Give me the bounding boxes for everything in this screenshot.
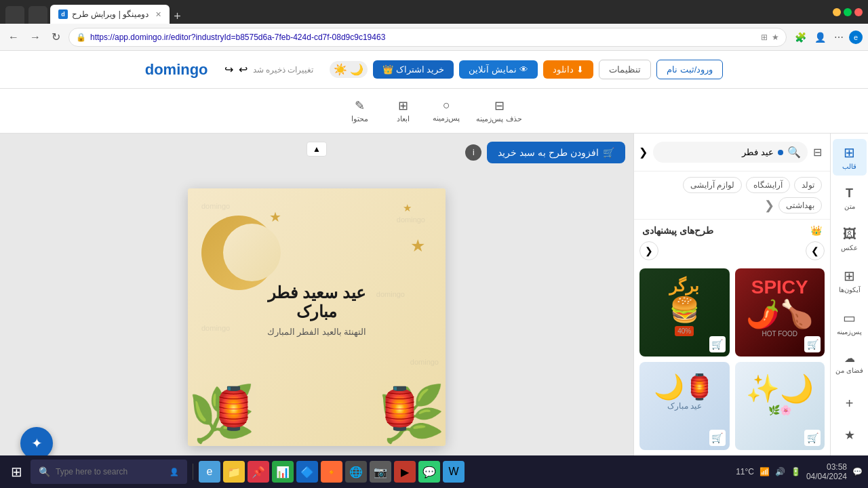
canvas-area[interactable]: ▲ i 🛒 افزودن طرح به سبد خرید domingo dom… xyxy=(0,134,633,488)
main-text[interactable]: عید سعید فطر مبارک التهنئة بالعيد الفطر … xyxy=(249,283,384,337)
bg-sidebar-label: پس‌زمینه xyxy=(837,328,862,336)
taskbar-app-6[interactable]: ▶ xyxy=(394,461,416,483)
fab-area: ✦ xyxy=(20,427,53,460)
search-icon: 🔍 xyxy=(787,146,801,159)
templates-icon: ⊞ xyxy=(844,144,855,161)
cat-tab-1[interactable]: آرایشگاه xyxy=(746,177,790,193)
star-sidebar-icon: ★ xyxy=(844,428,855,443)
delete-bg-tool[interactable]: ⊟ حذف پس‌زمینه xyxy=(469,94,528,127)
grid-next-arrow[interactable]: ❯ xyxy=(806,241,825,260)
sidebar-add-item[interactable]: + xyxy=(833,390,867,417)
right-sidebar: ⊞ قالب T متن 🖼 عکس ⊞ آیکون‌ها ▭ پس‌زمینه… xyxy=(830,134,868,488)
card-overlay-2[interactable]: 🛒 xyxy=(804,430,821,446)
more-button[interactable]: ⋯ xyxy=(831,29,846,45)
forward-button[interactable]: → xyxy=(27,28,43,46)
profile-button[interactable]: 👤 xyxy=(812,29,829,45)
search-input[interactable] xyxy=(660,147,774,157)
sidebar-text-item[interactable]: T متن xyxy=(833,181,867,216)
card-overlay-3[interactable]: 🛒 xyxy=(709,430,726,446)
magic-button[interactable]: ✦ xyxy=(20,427,53,460)
tab-close-btn[interactable]: ✕ xyxy=(155,10,161,19)
close-button[interactable] xyxy=(854,8,863,16)
sidebar-star-item[interactable]: ★ xyxy=(833,422,867,448)
canvas-top-bar: i 🛒 افزودن طرح به سبد خرید xyxy=(465,142,625,163)
watermark-1: domingo xyxy=(201,202,230,210)
edge-icon: e xyxy=(849,30,863,44)
url-text: https://app.domingo.ir/editor?industryId… xyxy=(90,33,385,42)
prev-nav-button[interactable]: ❮ xyxy=(639,146,648,159)
add-to-cart-button[interactable]: 🛒 افزودن طرح به سبد خرید xyxy=(487,142,625,163)
delete-bg-icon: ⊟ xyxy=(494,98,505,113)
card-overlay-0[interactable]: 🛒 xyxy=(804,336,821,352)
dim-label: ابعاد xyxy=(397,115,410,123)
myspace-label: فضای من xyxy=(835,367,863,374)
sidebar-myspace-item[interactable]: ☁ فضای من xyxy=(833,346,867,380)
preview-label: نمایش آنلاین xyxy=(469,64,517,75)
add-icon: + xyxy=(846,396,854,411)
sidebar-photo-item[interactable]: 🖼 عکس xyxy=(833,221,867,257)
template-card-0[interactable]: SPICY 🍗🌶️ HOT FOOD 🛒 xyxy=(735,268,825,357)
expand-panel-btn[interactable]: ▲ xyxy=(307,142,327,157)
refresh-button[interactable]: ↻ xyxy=(49,28,63,46)
undo-button[interactable]: ↩ xyxy=(239,63,248,76)
cat-prev-arrow[interactable]: ❮ xyxy=(764,197,774,214)
taskbar-chrome-app[interactable]: 🌐 xyxy=(345,461,367,483)
taskbar-search-bar[interactable]: 🔍 👤 xyxy=(31,460,187,484)
sidebar-bg-item[interactable]: ▭ پس‌زمینه xyxy=(833,304,867,341)
taskbar-app-5[interactable]: 📷 xyxy=(370,461,391,483)
grid-prev-arrow[interactable]: ❮ xyxy=(639,241,658,260)
background-tool[interactable]: ○ پس‌زمینه xyxy=(426,94,467,127)
bg-sidebar-icon: ▭ xyxy=(843,310,856,326)
template-card-2[interactable]: 🌙✨ 🌸🌿 🛒 xyxy=(735,362,825,450)
download-button[interactable]: ⬇ دانلود xyxy=(543,60,593,79)
header-right-actions: ورود/ثبت نام تنظیمات ⬇ دانلود 👁 نمایش آن… xyxy=(330,60,723,79)
app-header: ورود/ثبت نام تنظیمات ⬇ دانلود 👁 نمایش آن… xyxy=(0,51,868,89)
sidebar-templates-item[interactable]: ⊞ قالب xyxy=(833,139,867,176)
subscribe-button[interactable]: خرید اشتراک 👑 xyxy=(373,60,454,79)
dimensions-tool[interactable]: ⊞ ابعاد xyxy=(382,94,423,127)
taskbar-app-2[interactable]: 📊 xyxy=(272,461,294,483)
maximize-button[interactable] xyxy=(844,8,852,16)
redo-button[interactable]: ↪ xyxy=(224,63,233,76)
active-tab[interactable]: d دومینگو | ویرایش طرح ✕ xyxy=(50,5,170,24)
template-card-3[interactable]: 🏮🌙 عید مبارک 🛒 xyxy=(639,362,730,450)
icons-label: آیکون‌ها xyxy=(839,286,861,293)
sidebar-icons-item[interactable]: ⊞ آیکون‌ها xyxy=(833,262,867,299)
preview-button[interactable]: 👁 نمایش آنلاین xyxy=(459,60,538,79)
start-button[interactable]: ⊞ xyxy=(5,461,28,483)
taskbar-app-3[interactable]: 🔷 xyxy=(296,461,318,483)
taskbar-folder-app[interactable]: 📁 xyxy=(223,461,245,483)
icons-icon: ⊞ xyxy=(844,268,855,284)
settings-button[interactable]: تنظیمات xyxy=(599,60,651,79)
grid-nav-row: ❯ ❮ xyxy=(639,241,825,263)
info-button[interactable]: i xyxy=(465,144,481,161)
templates-grid: ❯ ❮ SPICY 🍗🌶️ HOT FOOD 🛒 برگر 🍔 40% xyxy=(634,241,830,488)
tool-row: ⊟ حذف پس‌زمینه ○ پس‌زمینه ⊞ ابعاد ✎ محتو… xyxy=(0,89,868,134)
bg-icon: ○ xyxy=(443,98,450,113)
taskbar-app-1[interactable]: 📌 xyxy=(248,461,269,483)
browser-tabs: d دومینگو | ویرایش طرح ✕ + xyxy=(5,0,185,24)
content-tool[interactable]: ✎ محتوا xyxy=(339,94,380,127)
design-canvas[interactable]: domingo domingo domingo domingo domingo … xyxy=(188,188,446,446)
cat-tab-2[interactable]: لوازم آرایشی xyxy=(683,177,742,193)
search-input-wrap: 🔍 xyxy=(653,142,808,163)
login-button[interactable]: ورود/ثبت نام xyxy=(656,60,723,79)
notification-icon[interactable]: 💬 xyxy=(852,467,863,476)
cat-tab-3[interactable]: بهداشتی xyxy=(778,197,822,214)
temperature-display: 11°C xyxy=(736,467,754,476)
cat-tab-0[interactable]: تولد xyxy=(794,177,822,193)
taskbar-app-8[interactable]: W xyxy=(443,461,465,483)
theme-toggle[interactable]: 🌙 ☀️ xyxy=(330,61,368,78)
taskbar-edge-app[interactable]: e xyxy=(199,461,220,483)
taskbar-app-7[interactable]: 💬 xyxy=(418,461,440,483)
card-overlay-1[interactable]: 🛒 xyxy=(709,336,726,352)
template-card-1[interactable]: برگر 🍔 40% 🛒 xyxy=(639,268,730,357)
new-tab-button[interactable]: + xyxy=(170,9,185,24)
filter-button[interactable]: ⊟ xyxy=(813,146,822,159)
back-button[interactable]: ← xyxy=(5,28,22,46)
taskbar-app-4[interactable]: 🔸 xyxy=(321,461,342,483)
address-bar[interactable]: 🔒 https://app.domingo.ir/editor?industry… xyxy=(68,28,787,47)
extensions-button[interactable]: 🧩 xyxy=(792,29,809,45)
taskbar-search-input[interactable] xyxy=(56,467,164,476)
minimize-button[interactable] xyxy=(833,8,841,16)
